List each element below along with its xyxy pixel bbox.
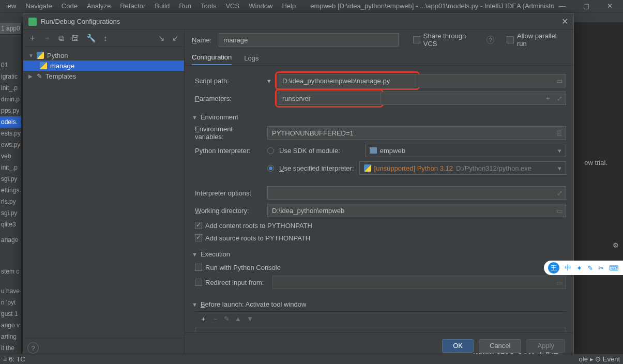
menu-vcs[interactable]: VCS: [221, 1, 244, 11]
run-python-console-checkbox[interactable]: Run with Python Console: [195, 264, 281, 271]
allow-parallel-checkbox[interactable]: Allow parallel run: [507, 32, 566, 48]
before-launch-section[interactable]: ▼Before launch: Activate tool window: [192, 300, 566, 308]
save-config-icon[interactable]: 🖫: [71, 34, 79, 42]
folder-icon[interactable]: ▭: [556, 77, 563, 85]
menu-refactor[interactable]: Refactor: [116, 1, 149, 11]
tree-manage-selected[interactable]: manage: [23, 60, 184, 71]
env-vars-input[interactable]: PYTHONUNBUFFERED=1☰: [267, 126, 566, 140]
project-tab[interactable]: 1 app0: [0, 23, 21, 35]
name-input[interactable]: [219, 33, 399, 47]
parameters-ext[interactable]: ＋ ⤢: [381, 92, 566, 105]
tab-logs[interactable]: Logs: [244, 54, 259, 65]
environment-section[interactable]: ▼Environment: [192, 113, 566, 121]
ok-button[interactable]: OK: [442, 339, 474, 353]
file-item[interactable]: sgi.py: [0, 207, 21, 219]
menu-build[interactable]: Build: [150, 1, 174, 11]
remove-config-icon[interactable]: －: [43, 33, 51, 43]
file-item[interactable]: [0, 230, 21, 234]
file-item[interactable]: sgi.py: [0, 173, 21, 185]
add-icon[interactable]: ＋: [544, 94, 551, 103]
expand-icon[interactable]: ⤢: [557, 189, 563, 197]
use-sdk-label: Use SDK of module:: [279, 147, 340, 155]
main-menubar[interactable]: iew Navigate Code Analyze Refactor Build…: [0, 0, 623, 12]
file-item[interactable]: 01: [0, 59, 21, 71]
window-title-path: empweb [D:\idea_python\empweb] - ...\app…: [306, 1, 554, 11]
file-item[interactable]: qlite3: [0, 219, 21, 230]
copy-config-icon[interactable]: ⧉: [58, 34, 64, 43]
use-specified-radio[interactable]: [267, 165, 274, 172]
help-icon[interactable]: ?: [487, 36, 494, 44]
script-path-input[interactable]: D:\idea_python\empweb\manage.py: [278, 74, 417, 87]
expand-icon[interactable]: ⤢: [557, 95, 563, 102]
ime-zh[interactable]: 中: [565, 263, 571, 272]
file-item[interactable]: anage: [0, 234, 21, 246]
menu-navigate[interactable]: Navigate: [22, 1, 56, 11]
menu-window[interactable]: Window: [245, 1, 277, 11]
interpreter-select[interactable]: [unsupported] Python 3.12 D:/Python312/p…: [359, 161, 566, 175]
file-item[interactable]: ews.py: [0, 139, 21, 150]
wrench-icon[interactable]: 🔧: [86, 34, 96, 43]
add-content-roots-checkbox[interactable]: Add content roots to PYTHONPATH: [195, 222, 312, 230]
editor-line: ango v: [0, 320, 21, 331]
file-item[interactable]: ettings.: [0, 185, 21, 196]
menu-view[interactable]: iew: [2, 1, 21, 11]
file-item[interactable]: init_.p: [0, 82, 21, 94]
working-dir-input[interactable]: D:\idea_python\empweb▭: [267, 204, 566, 217]
file-item[interactable]: igratic: [0, 71, 21, 82]
file-item[interactable]: ests.py: [0, 128, 21, 139]
python-icon: [37, 52, 44, 59]
status-left[interactable]: ≡ 6: TC: [3, 355, 25, 363]
close-icon[interactable]: ✕: [561, 17, 568, 26]
assist-icon[interactable]: 王: [548, 262, 559, 274]
menu-tools[interactable]: Tools: [196, 1, 220, 11]
edit-icon[interactable]: ✎: [587, 264, 593, 272]
config-tree[interactable]: ▼ Python manage ▶✎ Templates: [23, 47, 184, 338]
floating-toolbar[interactable]: 王 中 ✦ ✎ ✂ ⌨: [544, 261, 623, 275]
status-bar: ≡ 6: TC ole ▸ ⊙ Event: [0, 354, 623, 364]
folder-icon[interactable]: ▭: [556, 207, 563, 215]
redirect-input-checkbox[interactable]: Redirect input from:: [195, 279, 267, 286]
minimize-icon[interactable]: —: [555, 1, 570, 11]
module-select[interactable]: empweb▾: [365, 144, 566, 157]
settings-gear2-icon[interactable]: ⚙: [613, 240, 619, 251]
tree-templates[interactable]: ▶✎ Templates: [23, 71, 184, 81]
interp-options-label: Interpreter options:: [195, 189, 262, 197]
menu-run[interactable]: Run: [175, 1, 195, 11]
parameters-input[interactable]: runserver: [278, 92, 381, 105]
add-config-icon[interactable]: ＋: [28, 33, 36, 43]
menu-analyze[interactable]: Analyze: [83, 1, 115, 11]
tab-configuration[interactable]: Configuration: [192, 53, 232, 65]
file-item[interactable]: dmin.p: [0, 94, 21, 105]
trial-hint: ew trial.: [584, 157, 607, 169]
chevron-down-icon[interactable]: ▾: [267, 77, 272, 85]
close-window-icon[interactable]: ✕: [603, 1, 617, 11]
expand-icon[interactable]: ↘: [158, 34, 165, 43]
file-item-selected[interactable]: odels.: [0, 116, 21, 128]
file-item[interactable]: pps.py: [0, 105, 21, 116]
tool-icon[interactable]: ✦: [576, 264, 582, 272]
file-item[interactable]: rls.py: [0, 196, 21, 207]
interp-options-input[interactable]: ⤢: [267, 186, 566, 200]
status-right[interactable]: ole ▸ ⊙ Event: [579, 355, 620, 363]
keyboard-icon[interactable]: ⌨: [609, 264, 619, 272]
project-tool-strip[interactable]: 1 app0 01 igratic init_.p dmin.p pps.py …: [0, 23, 22, 354]
editor-line: n 'pyt: [0, 297, 21, 308]
file-item[interactable]: veb: [0, 150, 21, 162]
menu-code[interactable]: Code: [57, 1, 82, 11]
file-item[interactable]: init_.p: [0, 162, 21, 173]
add-source-roots-checkbox[interactable]: Add source roots to PYTHONPATH: [195, 234, 310, 242]
use-sdk-radio[interactable]: [267, 147, 274, 154]
execution-section[interactable]: ▼Execution: [192, 250, 566, 258]
menu-help[interactable]: Help: [278, 1, 300, 11]
tree-python[interactable]: ▼ Python: [23, 50, 184, 60]
share-vcs-checkbox[interactable]: Share through VCS: [413, 32, 479, 48]
list-icon[interactable]: ☰: [556, 129, 563, 137]
scissors-icon[interactable]: ✂: [598, 264, 604, 272]
collapse-icon[interactable]: ↙: [172, 34, 179, 43]
working-dir-label: Working directory:: [195, 207, 262, 215]
add-task-icon[interactable]: ＋: [200, 314, 207, 324]
help-icon[interactable]: ?: [27, 342, 39, 354]
maximize-icon[interactable]: ▢: [579, 1, 594, 11]
up-down-icon[interactable]: ↕: [103, 34, 108, 42]
script-path-ext[interactable]: ▭: [417, 74, 566, 87]
